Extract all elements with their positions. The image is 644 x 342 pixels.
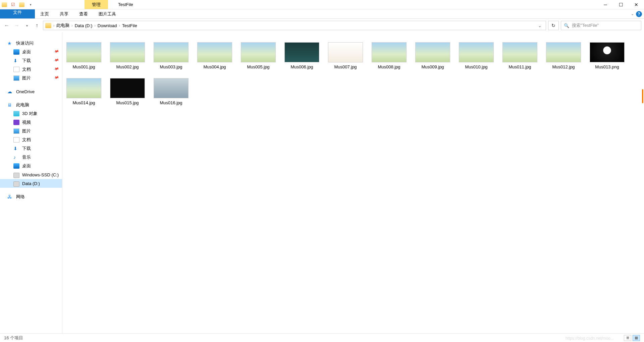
file-thumbnail xyxy=(546,42,581,62)
file-item[interactable]: Mus008.jpg xyxy=(372,42,407,69)
dl-icon: ⬇ xyxy=(13,58,19,63)
doc-icon xyxy=(13,137,19,142)
file-thumbnail xyxy=(66,78,101,98)
sidebar-item[interactable]: 3D 对象 xyxy=(0,109,62,118)
sidebar-item[interactable]: Windows-SSD (C:) xyxy=(0,170,62,179)
sidebar-quick-access[interactable]: ★ 快速访问 xyxy=(0,39,62,48)
help-icon[interactable]: ? xyxy=(636,11,642,17)
thumbnails-view-button[interactable]: ▦ xyxy=(633,335,640,341)
titlebar: ☑ ▾ 管理 TestFile ─ ☐ ✕ xyxy=(0,0,644,9)
pin-icon: 📌 xyxy=(53,48,60,54)
file-item[interactable]: Mus004.jpg xyxy=(197,42,232,69)
sidebar-item[interactable]: ♪音乐 xyxy=(0,153,62,162)
file-item[interactable]: Mus005.jpg xyxy=(241,42,276,69)
breadcrumb-current[interactable]: TestFile xyxy=(121,23,139,28)
ribbon-context-tab[interactable]: 管理 xyxy=(85,0,108,9)
ribbon-tab-view[interactable]: 查看 xyxy=(74,9,93,18)
sidebar-item[interactable]: 文档📌 xyxy=(0,65,62,74)
file-name: Mus003.jpg xyxy=(160,64,182,69)
address-dropdown-icon[interactable]: ⌄ xyxy=(536,23,544,28)
recent-locations-icon[interactable]: ▾ xyxy=(23,21,31,30)
navigation-pane: ★ 快速访问 桌面📌⬇下载📌文档📌图片📌 ☁ OneDrive 🖥 此电脑 3D… xyxy=(0,32,62,333)
refresh-button[interactable]: ↻ xyxy=(548,21,559,30)
properties-qat-icon[interactable]: ☑ xyxy=(9,0,17,9)
maximize-button[interactable]: ☐ xyxy=(613,0,629,9)
file-thumbnail xyxy=(284,42,319,62)
file-item[interactable]: Mus013.png xyxy=(590,42,625,69)
file-name: Mus014.jpg xyxy=(72,100,95,105)
search-placeholder: 搜索"TestFile" xyxy=(572,22,599,28)
file-item[interactable]: Mus012.jpg xyxy=(546,42,581,69)
sidebar-this-pc[interactable]: 🖥 此电脑 xyxy=(0,101,62,109)
address-bar[interactable]: › 此电脑 › Data (D:) › Download › TestFile … xyxy=(43,21,546,30)
file-thumbnail xyxy=(110,78,145,98)
file-item[interactable]: Mus001.jpg xyxy=(66,42,101,69)
file-view[interactable]: Mus001.jpgMus002.jpgMus003.jpgMus004.jpg… xyxy=(62,32,644,333)
scrollbar-thumb[interactable] xyxy=(642,89,643,103)
ribbon-tab-home[interactable]: 主页 xyxy=(35,9,54,18)
breadcrumb-separator-icon[interactable]: › xyxy=(94,24,96,27)
file-item[interactable]: Mus010.jpg xyxy=(459,42,494,69)
view-mode-buttons: ≣ ▦ xyxy=(624,335,640,341)
file-name: Mus001.jpg xyxy=(72,64,95,69)
img-icon xyxy=(13,75,19,81)
sidebar-item-label: 下载 xyxy=(22,58,31,64)
file-item[interactable]: Mus009.jpg xyxy=(415,42,450,69)
disk-icon xyxy=(13,181,19,187)
folder-icon xyxy=(0,0,9,9)
breadcrumb-separator-icon[interactable]: › xyxy=(118,24,121,27)
file-item[interactable]: Mus015.jpg xyxy=(110,78,145,105)
breadcrumb-download[interactable]: Download xyxy=(96,23,118,28)
pin-icon: 📌 xyxy=(53,57,60,63)
details-view-button[interactable]: ≣ xyxy=(624,335,631,341)
sidebar-onedrive[interactable]: ☁ OneDrive xyxy=(0,87,62,96)
scrollbar[interactable] xyxy=(638,32,644,333)
sidebar-item[interactable]: 桌面 xyxy=(0,162,62,170)
disk-icon xyxy=(13,173,19,178)
ribbon-tab-file[interactable]: 文件 xyxy=(0,9,35,18)
breadcrumb-this-pc[interactable]: 此电脑 xyxy=(55,22,71,28)
img-icon xyxy=(13,128,19,134)
sidebar-item-label: 桌面 xyxy=(22,49,31,55)
folder-qat-icon[interactable] xyxy=(17,0,26,9)
sidebar-item[interactable]: 桌面📌 xyxy=(0,48,62,56)
sidebar-item[interactable]: 视频 xyxy=(0,118,62,127)
ribbon-tab-picture-tools[interactable]: 图片工具 xyxy=(93,9,121,18)
sidebar-item[interactable]: 文档 xyxy=(0,135,62,144)
back-button[interactable]: ← xyxy=(3,21,11,30)
file-item[interactable]: Mus002.jpg xyxy=(110,42,145,69)
doc-icon xyxy=(13,67,19,72)
sidebar-item[interactable]: Data (D:) xyxy=(0,179,62,188)
3d-icon xyxy=(13,111,19,116)
sidebar-item[interactable]: ⬇下载📌 xyxy=(0,56,62,65)
up-button[interactable]: ↑ xyxy=(33,21,41,30)
sidebar-label: 此电脑 xyxy=(16,102,29,108)
breadcrumb-separator-icon[interactable]: › xyxy=(71,24,73,27)
forward-button[interactable]: → xyxy=(13,21,21,30)
file-item[interactable]: Mus006.jpg xyxy=(284,42,319,69)
file-thumbnail xyxy=(197,42,232,62)
file-thumbnail xyxy=(590,42,625,62)
sidebar-item[interactable]: 图片 xyxy=(0,127,62,135)
pin-icon: 📌 xyxy=(53,66,60,72)
file-name: Mus011.jpg xyxy=(508,64,531,69)
file-thumbnail xyxy=(110,42,145,62)
sidebar-item[interactable]: ⬇下载 xyxy=(0,144,62,153)
file-item[interactable]: Mus014.jpg xyxy=(66,78,101,105)
breadcrumb-separator-icon[interactable]: › xyxy=(53,24,55,27)
file-thumbnail xyxy=(66,42,101,62)
file-item[interactable]: Mus007.jpg xyxy=(328,42,363,69)
close-button[interactable]: ✕ xyxy=(629,0,644,9)
sidebar-network[interactable]: 🖧 网络 xyxy=(0,192,62,201)
minimize-button[interactable]: ─ xyxy=(598,0,613,9)
breadcrumb-drive[interactable]: Data (D:) xyxy=(73,23,94,28)
ribbon-collapse-icon[interactable]: ⌄ xyxy=(631,12,634,16)
file-item[interactable]: Mus016.jpg xyxy=(154,78,189,105)
sidebar-item[interactable]: 图片📌 xyxy=(0,74,62,82)
file-item[interactable]: Mus011.jpg xyxy=(502,42,537,69)
main-area: ★ 快速访问 桌面📌⬇下载📌文档📌图片📌 ☁ OneDrive 🖥 此电脑 3D… xyxy=(0,32,644,333)
ribbon-tab-share[interactable]: 共享 xyxy=(54,9,74,18)
qat-dropdown-icon[interactable]: ▾ xyxy=(26,0,35,9)
search-box[interactable]: 🔍 搜索"TestFile" xyxy=(561,21,641,30)
file-item[interactable]: Mus003.jpg xyxy=(154,42,189,69)
